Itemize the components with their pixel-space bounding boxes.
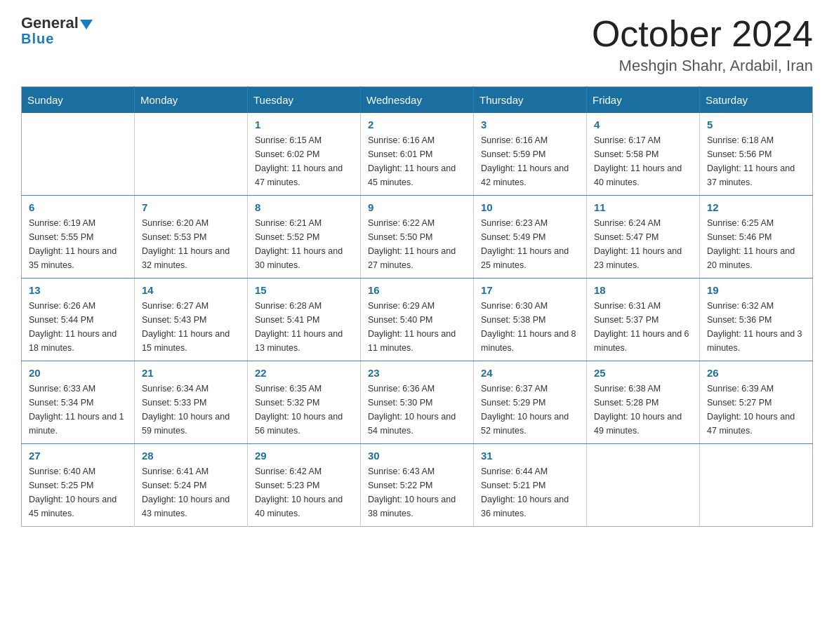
calendar-cell [700,444,813,527]
day-number: 31 [481,450,579,462]
day-number: 16 [368,284,466,296]
day-number: 27 [29,450,127,462]
day-number: 4 [594,119,692,130]
day-info: Sunrise: 6:33 AMSunset: 5:34 PMDaylight:… [29,382,127,438]
day-info: Sunrise: 6:28 AMSunset: 5:41 PMDaylight:… [255,299,353,355]
day-number: 19 [707,284,805,296]
calendar-cell: 20Sunrise: 6:33 AMSunset: 5:34 PMDayligh… [22,361,135,444]
calendar-week-row: 20Sunrise: 6:33 AMSunset: 5:34 PMDayligh… [22,361,813,444]
title-section: October 2024 Meshgin Shahr, Ardabil, Ira… [592,14,813,75]
calendar-cell: 5Sunrise: 6:18 AMSunset: 5:56 PMDaylight… [700,113,813,196]
calendar-cell: 24Sunrise: 6:37 AMSunset: 5:29 PMDayligh… [474,361,587,444]
day-number: 28 [142,450,240,462]
calendar-week-row: 27Sunrise: 6:40 AMSunset: 5:25 PMDayligh… [22,444,813,527]
day-number: 26 [707,367,805,379]
header-friday: Friday [587,87,700,114]
day-info: Sunrise: 6:21 AMSunset: 5:52 PMDaylight:… [255,216,353,272]
calendar-cell: 14Sunrise: 6:27 AMSunset: 5:43 PMDayligh… [135,279,248,361]
location-subtitle: Meshgin Shahr, Ardabil, Iran [592,57,813,75]
day-info: Sunrise: 6:20 AMSunset: 5:53 PMDaylight:… [142,216,240,272]
calendar-week-row: 13Sunrise: 6:26 AMSunset: 5:44 PMDayligh… [22,279,813,361]
day-info: Sunrise: 6:18 AMSunset: 5:56 PMDaylight:… [707,133,805,189]
day-number: 13 [29,284,127,296]
calendar-week-row: 6Sunrise: 6:19 AMSunset: 5:55 PMDaylight… [22,196,813,279]
calendar-cell: 28Sunrise: 6:41 AMSunset: 5:24 PMDayligh… [135,444,248,527]
day-number: 18 [594,284,692,296]
day-number: 29 [255,450,353,462]
day-number: 12 [707,201,805,213]
day-info: Sunrise: 6:16 AMSunset: 5:59 PMDaylight:… [481,133,579,189]
calendar-cell: 31Sunrise: 6:44 AMSunset: 5:21 PMDayligh… [474,444,587,527]
calendar-cell: 22Sunrise: 6:35 AMSunset: 5:32 PMDayligh… [248,361,361,444]
calendar-cell: 2Sunrise: 6:16 AMSunset: 6:01 PMDaylight… [361,113,474,196]
calendar-cell: 17Sunrise: 6:30 AMSunset: 5:38 PMDayligh… [474,279,587,361]
day-number: 30 [368,450,466,462]
calendar-table: Sunday Monday Tuesday Wednesday Thursday… [21,86,813,527]
day-info: Sunrise: 6:25 AMSunset: 5:46 PMDaylight:… [707,216,805,272]
day-info: Sunrise: 6:24 AMSunset: 5:47 PMDaylight:… [594,216,692,272]
logo-general-text: General [21,14,79,32]
calendar-cell: 25Sunrise: 6:38 AMSunset: 5:28 PMDayligh… [587,361,700,444]
calendar-cell: 30Sunrise: 6:43 AMSunset: 5:22 PMDayligh… [361,444,474,527]
day-info: Sunrise: 6:32 AMSunset: 5:36 PMDaylight:… [707,299,805,355]
day-number: 11 [594,201,692,213]
day-number: 20 [29,367,127,379]
calendar-cell [587,444,700,527]
day-info: Sunrise: 6:34 AMSunset: 5:33 PMDaylight:… [142,382,240,438]
calendar-cell: 10Sunrise: 6:23 AMSunset: 5:49 PMDayligh… [474,196,587,279]
day-number: 5 [707,119,805,130]
day-info: Sunrise: 6:43 AMSunset: 5:22 PMDaylight:… [368,464,466,521]
day-info: Sunrise: 6:39 AMSunset: 5:27 PMDaylight:… [707,382,805,438]
header-monday: Monday [135,87,248,114]
calendar-cell: 19Sunrise: 6:32 AMSunset: 5:36 PMDayligh… [700,279,813,361]
logo-triangle-icon [80,20,93,29]
day-info: Sunrise: 6:30 AMSunset: 5:38 PMDaylight:… [481,299,579,355]
day-number: 2 [368,119,466,130]
calendar-cell: 9Sunrise: 6:22 AMSunset: 5:50 PMDaylight… [361,196,474,279]
day-info: Sunrise: 6:36 AMSunset: 5:30 PMDaylight:… [368,382,466,438]
day-number: 24 [481,367,579,379]
day-info: Sunrise: 6:17 AMSunset: 5:58 PMDaylight:… [594,133,692,189]
day-info: Sunrise: 6:41 AMSunset: 5:24 PMDaylight:… [142,464,240,521]
header-tuesday: Tuesday [248,87,361,114]
calendar-cell: 21Sunrise: 6:34 AMSunset: 5:33 PMDayligh… [135,361,248,444]
day-number: 21 [142,367,240,379]
calendar-cell: 23Sunrise: 6:36 AMSunset: 5:30 PMDayligh… [361,361,474,444]
day-info: Sunrise: 6:29 AMSunset: 5:40 PMDaylight:… [368,299,466,355]
day-number: 6 [29,201,127,213]
month-title: October 2024 [592,14,813,54]
logo: General Blue [21,14,93,47]
calendar-cell: 4Sunrise: 6:17 AMSunset: 5:58 PMDaylight… [587,113,700,196]
header-saturday: Saturday [700,87,813,114]
day-info: Sunrise: 6:15 AMSunset: 6:02 PMDaylight:… [255,133,353,189]
calendar-cell: 13Sunrise: 6:26 AMSunset: 5:44 PMDayligh… [22,279,135,361]
day-number: 8 [255,201,353,213]
calendar-cell: 8Sunrise: 6:21 AMSunset: 5:52 PMDaylight… [248,196,361,279]
header-sunday: Sunday [22,87,135,114]
day-info: Sunrise: 6:44 AMSunset: 5:21 PMDaylight:… [481,464,579,521]
calendar-cell: 16Sunrise: 6:29 AMSunset: 5:40 PMDayligh… [361,279,474,361]
day-number: 3 [481,119,579,130]
calendar-cell: 3Sunrise: 6:16 AMSunset: 5:59 PMDaylight… [474,113,587,196]
calendar-cell [135,113,248,196]
day-info: Sunrise: 6:42 AMSunset: 5:23 PMDaylight:… [255,464,353,521]
calendar-cell: 15Sunrise: 6:28 AMSunset: 5:41 PMDayligh… [248,279,361,361]
calendar-cell: 18Sunrise: 6:31 AMSunset: 5:37 PMDayligh… [587,279,700,361]
day-info: Sunrise: 6:19 AMSunset: 5:55 PMDaylight:… [29,216,127,272]
day-number: 9 [368,201,466,213]
day-info: Sunrise: 6:22 AMSunset: 5:50 PMDaylight:… [368,216,466,272]
day-number: 23 [368,367,466,379]
day-number: 14 [142,284,240,296]
calendar-cell: 26Sunrise: 6:39 AMSunset: 5:27 PMDayligh… [700,361,813,444]
day-info: Sunrise: 6:40 AMSunset: 5:25 PMDaylight:… [29,464,127,521]
page-header: General Blue October 2024 Meshgin Shahr,… [21,14,813,75]
day-info: Sunrise: 6:27 AMSunset: 5:43 PMDaylight:… [142,299,240,355]
day-info: Sunrise: 6:23 AMSunset: 5:49 PMDaylight:… [481,216,579,272]
calendar-cell: 6Sunrise: 6:19 AMSunset: 5:55 PMDaylight… [22,196,135,279]
logo-blue-text: Blue [21,31,54,47]
day-number: 1 [255,119,353,130]
calendar-cell: 27Sunrise: 6:40 AMSunset: 5:25 PMDayligh… [22,444,135,527]
day-number: 17 [481,284,579,296]
day-info: Sunrise: 6:38 AMSunset: 5:28 PMDaylight:… [594,382,692,438]
day-info: Sunrise: 6:16 AMSunset: 6:01 PMDaylight:… [368,133,466,189]
